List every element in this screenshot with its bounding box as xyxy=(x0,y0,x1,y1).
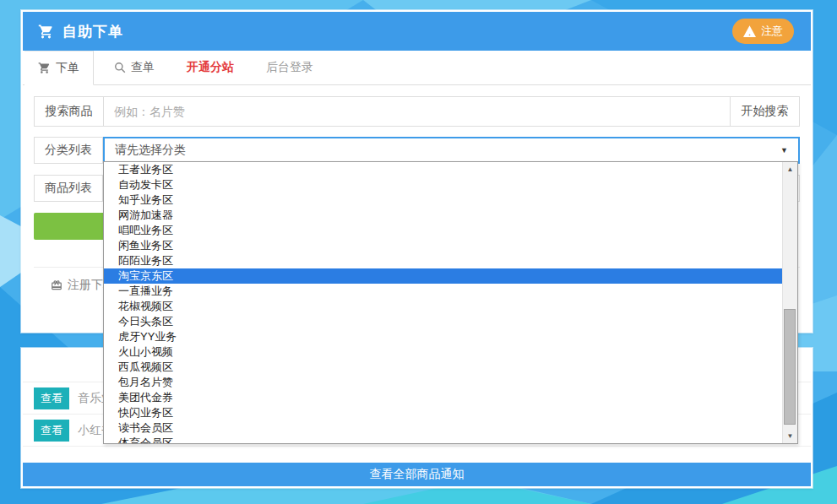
dropdown-option[interactable]: 陌陌业务区 xyxy=(104,253,782,268)
category-select[interactable]: 请先选择分类 ▼ xyxy=(103,137,800,164)
cart-icon xyxy=(38,62,51,74)
page-title: 自助下单 xyxy=(63,22,123,41)
dropdown-option[interactable]: 王者业务区 xyxy=(104,162,782,177)
search-icon xyxy=(114,62,126,73)
search-input[interactable] xyxy=(104,97,730,126)
tab-open-branch[interactable]: 开通分站 xyxy=(175,51,246,84)
category-dropdown-list: 王者业务区自动发卡区知乎业务区网游加速器唱吧业务区闲鱼业务区陌陌业务区淘宝京东区… xyxy=(104,162,782,443)
category-dropdown: 王者业务区自动发卡区知乎业务区网游加速器唱吧业务区闲鱼业务区陌陌业务区淘宝京东区… xyxy=(103,161,798,444)
notice-button-label: 注意 xyxy=(761,24,783,39)
dropdown-option[interactable]: 今日头条区 xyxy=(104,314,782,329)
dropdown-option[interactable]: 知乎业务区 xyxy=(104,192,782,208)
dropdown-option[interactable]: 虎牙YY业务 xyxy=(104,329,782,344)
product-label: 商品列表 xyxy=(34,175,103,202)
dropdown-option[interactable]: 自动发卡区 xyxy=(104,177,782,192)
chevron-down-icon: ▼ xyxy=(780,146,788,154)
search-button[interactable]: 开始搜索 xyxy=(730,97,799,126)
gift-icon xyxy=(51,279,63,291)
dropdown-option[interactable]: 一直播业务 xyxy=(104,284,782,299)
dropdown-option[interactable]: 包月名片赞 xyxy=(104,375,782,390)
dropdown-option[interactable]: 体育会员区 xyxy=(104,436,782,443)
tab-check-order[interactable]: 查单 xyxy=(102,51,166,84)
scroll-thumb[interactable] xyxy=(784,309,796,425)
tab-label: 开通分站 xyxy=(187,60,234,75)
warning-icon xyxy=(743,25,756,37)
cart-icon xyxy=(38,24,54,40)
notice-button[interactable]: 注意 xyxy=(732,19,794,44)
search-row: 搜索商品 开始搜索 xyxy=(34,96,800,127)
view-button[interactable]: 查看 xyxy=(34,420,69,442)
dropdown-option[interactable]: 淘宝京东区 xyxy=(104,268,782,284)
dropdown-option[interactable]: 快闪业务区 xyxy=(104,405,782,420)
page: { "header": { "title": "自助下单", "title_ic… xyxy=(0,0,837,504)
dropdown-option[interactable]: 唱吧业务区 xyxy=(104,223,782,238)
panel-header: 自助下单 注意 xyxy=(23,12,811,51)
scroll-down-button[interactable]: ▼ xyxy=(783,429,797,443)
dropdown-option[interactable]: 西瓜视频区 xyxy=(104,360,782,375)
dropdown-option[interactable]: 美团代金券 xyxy=(104,390,782,405)
tab-label: 后台登录 xyxy=(266,60,313,75)
dropdown-option[interactable]: 读书会员区 xyxy=(104,420,782,436)
dropdown-option[interactable]: 花椒视频区 xyxy=(104,299,782,314)
category-label: 分类列表 xyxy=(34,137,103,164)
category-row: 分类列表 请先选择分类 ▼ xyxy=(34,137,800,164)
view-all-notices-button[interactable]: 查看全部商品通知 xyxy=(23,463,811,486)
tab-bar: 下单查单开通分站后台登录 xyxy=(23,51,811,85)
scroll-up-button[interactable]: ▲ xyxy=(783,162,797,176)
dropdown-scrollbar[interactable]: ▲ ▼ xyxy=(782,162,797,443)
dropdown-option[interactable]: 网游加速器 xyxy=(104,208,782,223)
tab-label: 查单 xyxy=(131,60,155,75)
tab-admin-login[interactable]: 后台登录 xyxy=(254,51,325,84)
tab-order[interactable]: 下单 xyxy=(24,51,94,85)
dropdown-option[interactable]: 闲鱼业务区 xyxy=(104,238,782,253)
category-select-value: 请先选择分类 xyxy=(115,143,186,158)
dropdown-option[interactable]: 火山小视频 xyxy=(104,344,782,360)
tab-label: 下单 xyxy=(56,61,79,76)
search-label: 搜索商品 xyxy=(35,97,104,126)
view-button[interactable]: 查看 xyxy=(34,387,69,409)
